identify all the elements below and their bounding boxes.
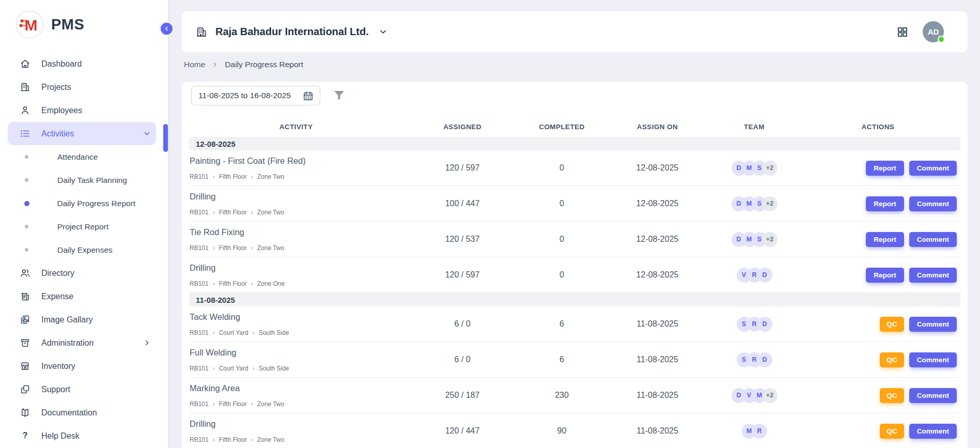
activity-name: Tack Welding — [190, 312, 403, 322]
date-range-picker[interactable] — [191, 86, 320, 105]
activity-name: Drilling — [190, 192, 403, 202]
table-row: Marking AreaRB101›Fifth Floor›Zone Two25… — [189, 378, 960, 413]
sidebar-item-inventory[interactable]: Inventory — [8, 354, 156, 378]
brand: M PMS — [0, 0, 168, 39]
completed-value: 230 — [522, 391, 602, 400]
date-range-input[interactable] — [198, 91, 298, 100]
filter-funnel-icon[interactable] — [332, 88, 346, 102]
sidebar-menu: DashboardProjectsEmployeesActivitiesAtte… — [0, 52, 168, 447]
assigned-value: 120 / 537 — [403, 235, 522, 244]
team-extra-count[interactable]: +2 — [763, 196, 777, 211]
calendar-icon — [302, 90, 314, 102]
activity-location: RB101›Fifth Floor›Zone One — [190, 280, 403, 287]
location-segment: Zone Two — [257, 173, 284, 180]
team-member-avatar[interactable]: D — [757, 317, 772, 332]
progress-table: ACTIVITY ASSIGNED COMPLETED ASSIGN ON TE… — [189, 116, 960, 448]
sidebar-item-label: Inventory — [41, 362, 75, 371]
sidebar-item-documentation[interactable]: Documentation — [8, 401, 156, 424]
sidebar-collapse-button[interactable] — [159, 21, 174, 36]
assign-on-date: 11-08-2025 — [602, 391, 713, 400]
sidebar-item-dashboard[interactable]: Dashboard — [8, 52, 156, 75]
table-row: Tie Rod FixingRB101›Fifth Floor›Zone Two… — [189, 222, 960, 257]
breadcrumb-home[interactable]: Home — [184, 60, 205, 69]
completed-value: 6 — [522, 319, 602, 329]
sidebar-item-activities[interactable]: Activities — [8, 122, 156, 145]
location-segment: Zone Two — [257, 209, 284, 216]
sidebar-item-projects[interactable]: Projects — [8, 75, 156, 99]
receipt-icon — [20, 291, 30, 302]
comment-button[interactable]: Comment — [909, 388, 957, 403]
sidebar-item-employees[interactable]: Employees — [8, 99, 156, 122]
chevron-right-icon: › — [213, 437, 215, 443]
apps-grid-icon[interactable] — [896, 26, 909, 38]
team-avatars: SRD — [713, 352, 796, 367]
table-row: Full WeldingRB101›Court Yard›South Side6… — [189, 342, 960, 378]
image-icon — [20, 314, 30, 325]
qc-button[interactable]: QC — [880, 424, 904, 439]
comment-button[interactable]: Comment — [909, 196, 957, 211]
report-button[interactable]: Report — [866, 161, 904, 176]
sidebar-subitem-daily-expenses[interactable]: Daily Expenses — [0, 238, 168, 261]
location-segment: RB101 — [190, 244, 209, 252]
comment-button[interactable]: Comment — [909, 161, 957, 176]
table-row: Painting - First Coat (Fire Red)RB101›Fi… — [189, 150, 960, 186]
chevron-right-icon: › — [213, 401, 215, 407]
sidebar-subitem-daily-progress-report[interactable]: Daily Progress Report — [0, 192, 168, 215]
chevron-right-icon: › — [251, 437, 253, 443]
sidebar-item-image-gallary[interactable]: Image Gallary — [8, 308, 156, 331]
sidebar-item-help-desk[interactable]: ?Help Desk — [8, 424, 156, 447]
company-selector[interactable]: Raja Bahadur International Ltd. — [195, 26, 387, 38]
activity-location: RB101›Court Yard›South Side — [190, 365, 403, 372]
chevron-right-icon: › — [253, 365, 255, 372]
sidebar-subitem-attendance[interactable]: Attendance — [0, 145, 168, 168]
qc-button[interactable]: QC — [880, 352, 904, 367]
table-header-row: ACTIVITY ASSIGNED COMPLETED ASSIGN ON TE… — [189, 116, 960, 137]
table-row: DrillingRB101›Fifth Floor›Zone Two120 / … — [189, 413, 960, 448]
building-icon — [195, 26, 208, 38]
col-actions: ACTIONS — [796, 123, 960, 131]
chevron-right-icon: › — [213, 245, 215, 251]
qc-button[interactable]: QC — [880, 317, 904, 332]
team-extra-count[interactable]: +2 — [763, 161, 777, 176]
user-avatar[interactable]: AD — [923, 21, 944, 42]
comment-button[interactable]: Comment — [909, 268, 957, 283]
table-row: DrillingRB101›Fifth Floor›Zone One120 / … — [189, 257, 960, 293]
report-panel: ACTIVITY ASSIGNED COMPLETED ASSIGN ON TE… — [182, 82, 968, 448]
date-group-header: 12-08-2025 — [189, 137, 960, 150]
col-completed: COMPLETED — [522, 123, 602, 131]
date-group-header: 11-08-2025 — [189, 293, 960, 306]
location-segment: Court Yard — [219, 329, 248, 336]
location-segment: Fifth Floor — [219, 173, 247, 180]
avatar-initials: AD — [928, 27, 939, 36]
report-button[interactable]: Report — [866, 268, 904, 283]
team-extra-count[interactable]: +2 — [763, 232, 777, 247]
team-member-avatar[interactable]: D — [757, 268, 772, 283]
report-button[interactable]: Report — [866, 232, 904, 247]
team-extra-count[interactable]: +2 — [763, 388, 777, 403]
comment-button[interactable]: Comment — [909, 317, 957, 332]
sidebar-subitem-project-report[interactable]: Project Report — [0, 215, 168, 238]
qc-button[interactable]: QC — [880, 388, 904, 403]
sidebar-item-support[interactable]: Support — [8, 378, 156, 401]
team-member-avatar[interactable]: R — [752, 424, 767, 439]
comment-button[interactable]: Comment — [909, 232, 957, 247]
table-row: Tack WeldingRB101›Court Yard›South Side6… — [189, 306, 960, 342]
report-button[interactable]: Report — [866, 196, 904, 211]
assign-on-date: 11-08-2025 — [602, 355, 713, 364]
bullet-dot-icon — [25, 248, 28, 252]
comment-button[interactable]: Comment — [909, 352, 957, 367]
team-member-avatar[interactable]: D — [757, 352, 772, 367]
chevron-right-icon: › — [251, 209, 253, 215]
sidebar-item-directory[interactable]: Directory — [8, 261, 156, 285]
sidebar-item-expense[interactable]: Expense — [8, 285, 156, 308]
row-actions: ReportComment — [796, 196, 960, 211]
table-row: DrillingRB101›Fifth Floor›Zone Two100 / … — [189, 186, 960, 222]
comment-button[interactable]: Comment — [909, 424, 957, 439]
assigned-value: 120 / 447 — [403, 426, 522, 436]
team-avatars: DMS+2 — [713, 161, 796, 176]
sidebar-subitem-daily-task-planning[interactable]: Daily Task Planning — [0, 168, 168, 192]
sidebar-subitem-label: Daily Task Planning — [57, 176, 127, 185]
sidebar-item-administration[interactable]: Administration — [8, 331, 156, 354]
assign-on-date: 11-08-2025 — [602, 319, 713, 329]
chevron-right-icon: › — [213, 174, 215, 180]
